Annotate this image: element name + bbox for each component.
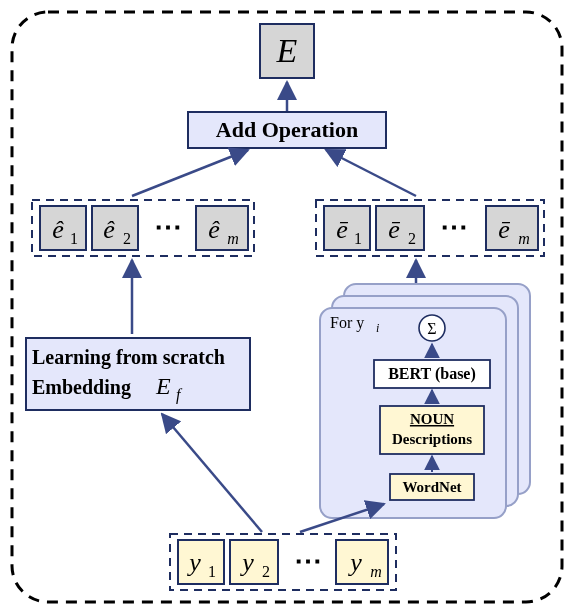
input-ym-sub: m: [370, 563, 382, 580]
right-for-label: For y: [330, 314, 364, 332]
right-embed-e2: [376, 206, 424, 250]
noun-label2: Descriptions: [392, 431, 472, 447]
left-embed-e1-sub: 1: [70, 230, 78, 247]
wordnet-label: WordNet: [402, 479, 461, 495]
output-E-box: E: [260, 24, 314, 78]
right-embed-e2-sub: 2: [408, 230, 416, 247]
right-embed-em-label: ē: [498, 215, 510, 244]
left-module-box: Learning from scratch Embedding E f: [26, 338, 250, 410]
input-group: y 1 y 2 ⋯ y m: [170, 534, 396, 590]
left-embed-dots: ⋯: [154, 211, 182, 242]
input-dots: ⋯: [294, 545, 322, 576]
input-y1-label: y: [186, 548, 201, 577]
left-embed-e2: [92, 206, 138, 250]
right-module-stack: For y i Σ BERT (base) NOUN Descriptions …: [320, 284, 530, 518]
sigma-label: Σ: [427, 320, 436, 337]
right-embed-dots: ⋯: [440, 211, 468, 242]
output-E-label: E: [276, 32, 298, 69]
right-embed-e2-label: ē: [388, 215, 400, 244]
left-module-Ef: E: [155, 373, 171, 399]
diagram-root: E Add Operation ê 1 ê 2 ⋯ ê m ē 1 ē 2: [0, 0, 574, 614]
right-embeddings-group: ē 1 ē 2 ⋯ ē m: [316, 200, 544, 256]
input-y2-label: y: [239, 548, 254, 577]
left-embed-e2-label: ê: [103, 215, 115, 244]
right-embed-em-sub: m: [518, 230, 530, 247]
arrow-y-to-leftmod: [162, 414, 262, 532]
arrow-right-to-add: [326, 150, 416, 196]
left-module-line2a: Embedding: [32, 376, 131, 399]
noun-label: NOUN: [410, 411, 454, 427]
input-y1: [178, 540, 224, 584]
add-operation-box: Add Operation: [188, 112, 386, 148]
left-embeddings-group: ê 1 ê 2 ⋯ ê m: [32, 200, 254, 256]
input-y1-sub: 1: [208, 563, 216, 580]
add-operation-label: Add Operation: [216, 117, 358, 142]
left-embed-em-sub: m: [227, 230, 239, 247]
left-embed-em: [196, 206, 248, 250]
left-embed-e2-sub: 2: [123, 230, 131, 247]
input-ym-label: y: [347, 548, 362, 577]
left-embed-e1-label: ê: [52, 215, 64, 244]
right-embed-e1-label: ē: [336, 215, 348, 244]
left-module-line1: Learning from scratch: [32, 346, 225, 369]
bert-label: BERT (base): [388, 365, 476, 383]
input-y2: [230, 540, 278, 584]
left-embed-em-label: ê: [208, 215, 220, 244]
input-y2-sub: 2: [262, 563, 270, 580]
right-for-sub: i: [376, 321, 379, 335]
right-embed-e1-sub: 1: [354, 230, 362, 247]
right-embed-em: [486, 206, 538, 250]
arrow-left-to-add: [132, 150, 248, 196]
